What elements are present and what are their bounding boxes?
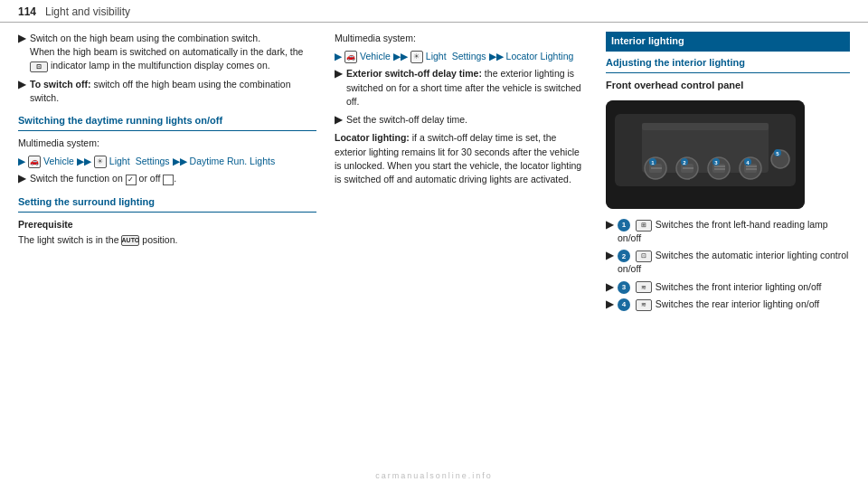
bullet-set-text: Set the switch-off delay time.: [346, 113, 588, 127]
bullet-arrow-r2: ▶: [606, 249, 613, 276]
nav-path-middle: ▶ 🚗 Vehicle ▶▶ ☀ Light Settings ▶▶ Locat…: [335, 50, 588, 63]
bullet-highbeam-text: Switch on the high beam using the combin…: [30, 32, 316, 73]
section-daytime-heading: Switching the daytime running lights on/…: [18, 114, 316, 131]
locator-bold: Locator lighting:: [335, 132, 410, 143]
unchecked-icon: [163, 175, 174, 185]
content-area: ▶ Switch on the high beam using the comb…: [0, 23, 868, 482]
bullet-r4-text: 4 ≋ Switches the rear interior lighting …: [618, 298, 850, 311]
reading-light-icon: ⊞: [636, 220, 652, 232]
bullet-arrow-r3: ▶: [606, 280, 613, 294]
nav-light-icon: ☀: [94, 156, 107, 168]
multifunction-icon: ⊡: [30, 61, 48, 72]
nav-daytime-label: Daytime Run. Lights: [190, 155, 276, 168]
page-title: Light and visibility: [45, 5, 130, 18]
nav-start-arrow: ▶: [18, 156, 25, 169]
nav-light-m: Light: [426, 50, 447, 63]
bullet-exterior-delay: ▶ Exterior switch-off delay time: the ex…: [335, 67, 588, 109]
auto-icon: AUTO: [121, 235, 139, 246]
bullet-function-text: Switch the function on ✓ or off .: [30, 172, 316, 185]
bullet-exterior-text: Exterior switch-off delay time: the exte…: [346, 67, 588, 109]
panel-label: Front overhead control panel: [606, 79, 850, 93]
bullet-r1-text: 1 ⊞ Switches the front left-hand reading…: [618, 218, 850, 245]
bullet-switch-off: ▶ To switch off: switch off the high bea…: [18, 78, 316, 105]
bullet-arrow-r4: ▶: [606, 298, 613, 311]
right-bullet-4: ▶ 4 ≋ Switches the rear interior lightin…: [606, 298, 850, 311]
bullet-switch-off-text: To switch off: switch off the high beam …: [30, 78, 316, 105]
prereq-label: Prerequisite: [18, 218, 316, 232]
bullet-r3-text: 3 ≋ Switches the front interior lighting…: [618, 280, 850, 294]
bullet-arrow-set: ▶: [335, 113, 342, 127]
nav-vehicle-m: Vehicle: [360, 50, 391, 63]
interior-lighting-heading: Interior lighting: [606, 32, 850, 52]
nav-vehicle-icon-m: 🚗: [344, 51, 357, 63]
locator-para: Locator lighting: if a switch-off delay …: [335, 131, 588, 186]
nav-settings-m: Settings: [452, 50, 486, 63]
prereq-text-after: position.: [142, 234, 177, 245]
right-bullet-3: ▶ 3 ≋ Switches the front interior lighti…: [606, 280, 850, 294]
page-number: 114: [18, 5, 36, 18]
adjusting-heading: Adjusting the interior lighting: [606, 56, 850, 73]
circle-4: 4: [618, 298, 630, 311]
circle-1: 1: [618, 219, 630, 232]
auto-interior-icon: ⊡: [636, 250, 652, 262]
bullet-function: ▶ Switch the function on ✓ or off .: [18, 172, 316, 185]
right-bullet-1: ▶ 1 ⊞ Switches the front left-hand readi…: [606, 218, 850, 245]
bullet-arrow-r1: ▶: [606, 218, 613, 245]
bold-label: To switch off:: [30, 79, 90, 90]
nav-double-arrow-1: ▶▶: [77, 156, 91, 169]
nav-vehicle-icon: 🚗: [28, 156, 41, 168]
nav-double-arrow-2: ▶▶: [173, 156, 187, 169]
right-column: Interior lighting Adjusting the interior…: [606, 32, 850, 473]
circle-2: 2: [618, 250, 630, 262]
page-header: 114 Light and visibility: [0, 0, 868, 23]
nav-double-arrow-m1: ▶▶: [393, 51, 408, 64]
multimedia-label: Multimedia system:: [18, 137, 316, 150]
nav-start-arrow-m: ▶: [335, 51, 342, 64]
panel-image: 1 2 3 4: [606, 100, 805, 209]
bullet-r2-text: 2 ⊡ Switches the automatic interior ligh…: [618, 249, 850, 276]
bullet-highbeam-switch: ▶ Switch on the high beam using the comb…: [18, 32, 316, 73]
page: 114 Light and visibility ▶ Switch on the…: [0, 0, 868, 482]
nav-path-daytime: ▶ 🚗 Vehicle ▶▶ ☀ Light Settings ▶▶ Dayti…: [18, 155, 316, 168]
front-interior-icon: ≋: [636, 281, 652, 293]
prereq-text-before: The light switch is in the: [18, 234, 118, 245]
middle-multimedia-label: Multimedia system:: [335, 32, 588, 45]
svg-rect-3: [642, 123, 769, 130]
nav-double-arrow-m2: ▶▶: [489, 51, 504, 64]
bullet-set-delay: ▶ Set the switch-off delay time.: [335, 113, 588, 127]
watermark: carmanualsonline.info: [0, 471, 868, 480]
nav-light-icon-m: ☀: [410, 51, 423, 63]
left-column: ▶ Switch on the high beam using the comb…: [18, 32, 316, 473]
right-bullets: ▶ 1 ⊞ Switches the front left-hand readi…: [606, 218, 850, 311]
section-surround-heading: Setting the surround lighting: [18, 195, 316, 213]
nav-light-label: Light: [109, 155, 130, 168]
circle-3: 3: [618, 281, 630, 294]
bullet-arrow: ▶: [18, 32, 25, 73]
rear-interior-icon: ≋: [636, 299, 652, 311]
checked-icon: ✓: [126, 175, 137, 185]
middle-column: Multimedia system: ▶ 🚗 Vehicle ▶▶ ☀ Ligh…: [335, 32, 588, 473]
right-bullet-2: ▶ 2 ⊡ Switches the automatic interior li…: [606, 249, 850, 276]
bullet-arrow-2: ▶: [18, 78, 25, 105]
nav-vehicle-label: Vehicle: [43, 155, 74, 168]
bullet-arrow-3: ▶: [18, 172, 25, 185]
nav-settings-label: Settings: [136, 155, 170, 168]
exterior-bold: Exterior switch-off delay time:: [346, 68, 482, 79]
panel-svg: 1 2 3 4: [606, 100, 805, 209]
nav-locator: Locator Lighting: [506, 50, 574, 63]
bullet-arrow-ext: ▶: [335, 67, 342, 109]
prereq-text: The light switch is in the AUTO position…: [18, 233, 316, 247]
